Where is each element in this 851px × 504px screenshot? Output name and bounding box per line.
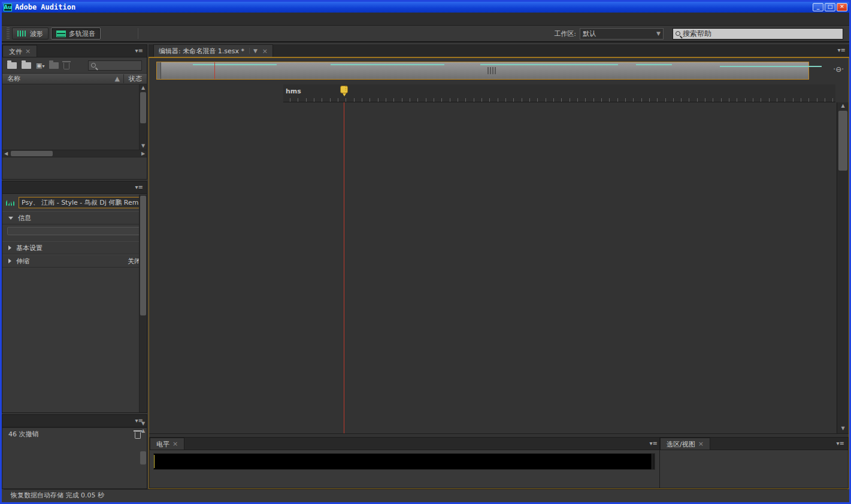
- app-logo-icon: Au: [4, 4, 12, 11]
- help-search: [673, 28, 843, 40]
- properties-panel: ▾≡ Psy、 江南 - Style - 鸟叔 Dj 何鹏 Rem 信息 基本设…: [2, 181, 147, 413]
- search-icon: [91, 63, 96, 68]
- open-file-icon[interactable]: [7, 62, 17, 69]
- files-panel: 文件× ▾≡ ▣▾ 名称 ▲ 状态: [2, 44, 147, 180]
- ruler-unit: hms: [286, 87, 301, 95]
- multitrack-view-button[interactable]: 多轨混音: [51, 28, 101, 40]
- editor-tab-close-icon[interactable]: ×: [262, 47, 268, 55]
- stretch-header[interactable]: 伸缩 关闭: [2, 254, 147, 268]
- panel-menu-icon[interactable]: ▾≡: [650, 440, 658, 447]
- files-search-input[interactable]: [88, 60, 142, 71]
- title-bar: Au Adobe Audition _ □ ✕: [2, 2, 849, 13]
- workspace-label: 工作区:: [554, 29, 576, 38]
- tab-selection-view[interactable]: 选区/视图×: [660, 438, 710, 450]
- navigator-grip[interactable]: [487, 67, 497, 74]
- close-button[interactable]: ✕: [837, 3, 847, 11]
- undo-count: 46 次撤销: [8, 430, 39, 439]
- waveform-icon: [6, 200, 15, 206]
- level-meter: [153, 453, 655, 470]
- panel-menu-icon[interactable]: ▾≡: [135, 47, 143, 54]
- app-window: Au Adobe Audition _ □ ✕ 波形 多轨混音 工作区: 默认▼: [0, 0, 851, 504]
- playhead-line[interactable]: [344, 102, 344, 433]
- basic-settings-header[interactable]: 基本设置: [2, 241, 147, 254]
- timeline-ruler[interactable]: hms: [283, 84, 835, 102]
- tab-files[interactable]: 文件×: [2, 45, 37, 57]
- minimize-button[interactable]: _: [813, 3, 823, 11]
- panel-menu-icon[interactable]: ▾≡: [837, 440, 844, 447]
- multitrack-icon: [56, 31, 66, 37]
- tracks-area: [149, 102, 849, 433]
- insert-into-multitrack-icon[interactable]: [49, 62, 59, 69]
- zoom-navigator-icon[interactable]: ·⊖·: [833, 65, 844, 74]
- files-horizontal-scrollbar[interactable]: ◀▶: [2, 150, 147, 157]
- status-message: 恢复数据自动存储 完成 0.05 秒: [4, 491, 847, 500]
- menu-bar: [2, 13, 849, 26]
- toolbar-grip[interactable]: [7, 28, 10, 40]
- history-panel: ▾≡ ▲▼ 46 次撤销: [2, 414, 147, 489]
- tab-levels[interactable]: 电平×: [150, 438, 184, 450]
- main-toolbar: 波形 多轨混音 工作区: 默认▼: [2, 26, 849, 42]
- editor-panel: ·⊖· hms ▲▼ 1:14.932: [149, 57, 849, 489]
- maximize-button[interactable]: □: [825, 3, 835, 11]
- clip-title-field[interactable]: Psy、 江南 - Style - 鸟叔 Dj 何鹏 Rem: [19, 197, 143, 208]
- levels-panel: 电平× ▾≡: [149, 437, 662, 488]
- new-content-icon[interactable]: ▣▾: [36, 62, 44, 69]
- files-list: ▲▼: [2, 84, 147, 150]
- workspace-select[interactable]: 默认▼: [580, 28, 664, 40]
- editor-vertical-scrollbar[interactable]: ▲▼: [837, 102, 849, 433]
- navigator-left-handle[interactable]: [157, 62, 161, 79]
- sort-asc-icon: ▲: [115, 75, 120, 83]
- selection-view-panel: 选区/视图× ▾≡: [659, 437, 849, 488]
- editor-tab-bar: 编辑器: 未命名混音 1.sesx * ▼ × ▾≡: [149, 44, 849, 57]
- files-column-headers[interactable]: 名称 ▲ 状态: [2, 73, 147, 84]
- trash-icon[interactable]: [63, 63, 69, 69]
- info-section-header[interactable]: 信息: [2, 211, 147, 224]
- clip-info-box: [7, 227, 142, 235]
- waveform-view-button[interactable]: 波形: [12, 28, 49, 40]
- help-search-input[interactable]: [683, 29, 840, 38]
- editor-tab[interactable]: 编辑器: 未命名混音 1.sesx * ▼ ×: [153, 44, 273, 57]
- navigator-playhead: [214, 62, 215, 79]
- panel-menu-icon[interactable]: ▾≡: [838, 47, 846, 53]
- window-title: Adobe Audition: [15, 3, 813, 11]
- waveform-icon: [17, 31, 27, 37]
- properties-scrollbar[interactable]: [139, 195, 147, 412]
- panel-menu-icon[interactable]: ▾≡: [135, 184, 143, 190]
- files-vertical-scrollbar[interactable]: ▲▼: [139, 84, 147, 150]
- status-bar: 恢复数据自动存储 完成 0.05 秒: [4, 489, 847, 500]
- clear-history-icon[interactable]: [135, 432, 141, 439]
- selection-view-headers: [660, 450, 848, 455]
- import-file-icon[interactable]: [22, 62, 31, 69]
- search-icon: [676, 31, 680, 36]
- zoom-navigator[interactable]: [156, 62, 809, 80]
- playhead-pin[interactable]: [340, 86, 348, 93]
- editor-tab-dropdown-icon[interactable]: ▼: [249, 48, 258, 54]
